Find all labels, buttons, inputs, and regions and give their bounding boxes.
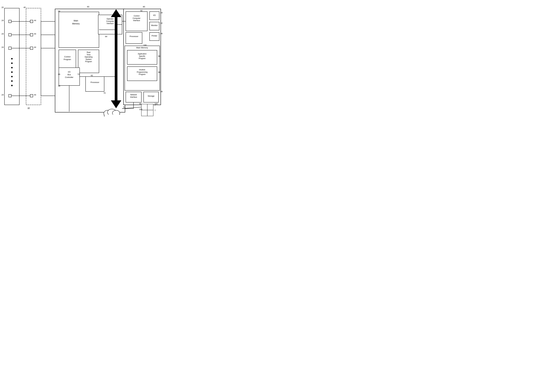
io-84-label: I/O	[150, 14, 159, 16]
svg-rect-5	[9, 94, 11, 97]
ref-80: 80	[143, 6, 145, 8]
io-bus-controller-label: I/OBusController	[59, 71, 80, 79]
svg-rect-6	[30, 20, 33, 23]
svg-rect-44	[144, 92, 159, 102]
control-program-label: ControlProgram	[59, 55, 76, 61]
ref-24a: 24	[1, 19, 4, 22]
svg-rect-50	[147, 104, 153, 110]
svg-point-60	[11, 76, 13, 77]
ref-44c: 44	[34, 46, 36, 48]
svg-rect-38	[126, 32, 142, 44]
svg-point-56	[11, 58, 13, 60]
svg-rect-1	[26, 8, 41, 105]
svg-rect-68	[105, 115, 121, 117]
svg-point-61	[11, 80, 13, 82]
processor-80-label: Processor	[126, 35, 142, 37]
processor-70-label: Processor	[86, 81, 104, 84]
svg-rect-25	[86, 77, 104, 91]
svg-rect-22	[59, 12, 99, 48]
svg-rect-3	[9, 33, 11, 36]
svg-rect-52	[147, 110, 153, 116]
ref-48: 48	[58, 85, 60, 87]
ref-105: 105	[139, 108, 142, 110]
main-memory-label: MainMemory	[67, 19, 85, 25]
monitor-label: Monitor	[150, 24, 159, 26]
printer-label: Printer	[150, 35, 159, 37]
svg-rect-2	[9, 20, 11, 23]
diagram: 20 40 24 24 24 24 44 44 44 44 10 60 66 6…	[0, 0, 164, 117]
ref-96: 96	[158, 55, 160, 57]
ref-66: 66	[58, 10, 60, 12]
ref-44b: 44	[34, 33, 36, 35]
svg-rect-51	[141, 110, 147, 116]
svg-point-62	[11, 85, 13, 86]
ref-94: 94	[123, 106, 125, 108]
ref-q2: ?	[155, 109, 155, 112]
ref-86: 86	[161, 32, 162, 35]
ref-60: 60	[87, 6, 89, 8]
ref-70: 70	[103, 92, 105, 94]
storage-label: Storage	[144, 95, 158, 97]
operator-interface-label: OperatorComputerInterface	[98, 18, 122, 25]
ref-64: 64	[105, 35, 107, 38]
svg-rect-7	[30, 33, 33, 36]
ref-88: 88	[161, 90, 162, 93]
svg-point-57	[11, 62, 13, 64]
ref-24d: 24	[1, 94, 4, 96]
ref-82: 82	[161, 22, 162, 24]
network-cloud	[103, 106, 122, 117]
ref-92: 92	[140, 10, 142, 12]
intuitive-programming-label: IntuitiveProgrammingProgram	[127, 69, 157, 76]
main-memory-100-label: Main Memory	[125, 47, 159, 49]
network-interface-label: NetworkInterface	[126, 94, 141, 98]
application-specific-label: ApplicationSpecificProgram	[127, 53, 157, 60]
ref-10: 10	[28, 107, 30, 109]
ref-24c: 24	[1, 46, 4, 48]
ref-44a: 44	[34, 19, 36, 22]
ref-98b: 98	[139, 103, 141, 105]
ref-100: 100	[143, 44, 147, 46]
ref-40: 40	[24, 6, 26, 8]
svg-rect-0	[5, 8, 19, 105]
svg-rect-9	[30, 94, 33, 97]
svg-rect-4	[9, 47, 11, 49]
svg-point-58	[11, 67, 13, 68]
ref-q1: ?	[155, 104, 155, 106]
ref-44d: 44	[34, 94, 36, 96]
real-time-os-label: RealTimeOperatingSystemProgram	[78, 51, 99, 63]
ref-62: 62	[91, 74, 93, 77]
svg-point-59	[11, 71, 13, 73]
control-computer-interface-label: ControlComputerInterface	[126, 15, 147, 22]
svg-rect-8	[30, 47, 33, 49]
ref-84: 84	[161, 12, 162, 14]
ref-20: 20	[1, 6, 4, 8]
ref-98: 98	[158, 71, 160, 73]
ref-24b: 24	[1, 33, 4, 35]
